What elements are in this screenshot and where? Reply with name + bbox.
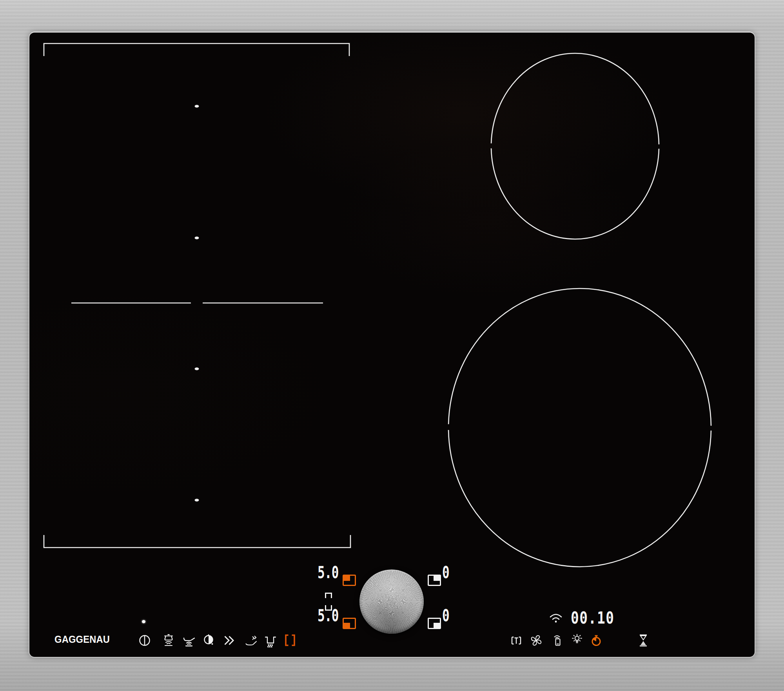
keep-warm-icon[interactable]	[263, 633, 277, 647]
zone-quadrant	[344, 576, 350, 581]
fan-icon[interactable]	[529, 633, 543, 647]
control-knob[interactable]	[359, 569, 424, 634]
pot-sensor-icon[interactable]	[162, 633, 176, 647]
zone-bottom-right-icon	[428, 618, 441, 629]
boost-icon[interactable]	[222, 633, 236, 647]
timer-clock-icon[interactable]	[201, 633, 216, 647]
timer-display: 00.10	[571, 610, 615, 626]
zone-ring-top-right	[491, 53, 659, 239]
cooktop: GAGGENAU 5.0 5.0 0 0	[0, 0, 784, 691]
flex-zone-marker-dots	[195, 105, 199, 502]
flex-zone-bracket-top	[44, 44, 349, 56]
flex-zone-bracket-bottom	[44, 535, 350, 548]
zone-top-left-icon	[343, 575, 356, 586]
light-icon[interactable]	[570, 633, 584, 647]
zone-markings	[29, 33, 755, 657]
move-pan-icon[interactable]	[244, 633, 258, 647]
power-icon[interactable]	[138, 633, 152, 647]
brand-logo: GAGGENAU	[54, 635, 110, 644]
power-level-display-bottom-right: 0	[442, 608, 449, 623]
power-level-display-bottom-left: 5.0	[318, 608, 339, 623]
zone-quadrant	[434, 576, 440, 581]
power-level-display-top-right: 0	[442, 564, 449, 580]
zone-bottom-left-icon	[343, 618, 356, 629]
ceramic-glass: GAGGENAU 5.0 5.0 0 0	[29, 33, 755, 657]
zone-quadrant	[344, 623, 350, 628]
flex-zone-icon[interactable]	[283, 633, 297, 647]
pan-sensor-icon[interactable]	[182, 633, 196, 647]
stopwatch-icon[interactable]	[589, 633, 603, 647]
bridge-indicator-top	[325, 593, 332, 598]
zone-top-right-icon	[428, 575, 441, 586]
hourglass-icon[interactable]	[636, 633, 650, 647]
hood-connect-icon[interactable]	[509, 633, 523, 647]
status-led	[142, 620, 145, 623]
wifi-icon	[547, 611, 564, 626]
zone-ring-bottom-right	[448, 288, 711, 567]
power-level-display-top-left: 5.0	[318, 564, 339, 580]
remote-wifi-icon[interactable]	[550, 633, 564, 647]
zone-quadrant	[434, 623, 440, 628]
